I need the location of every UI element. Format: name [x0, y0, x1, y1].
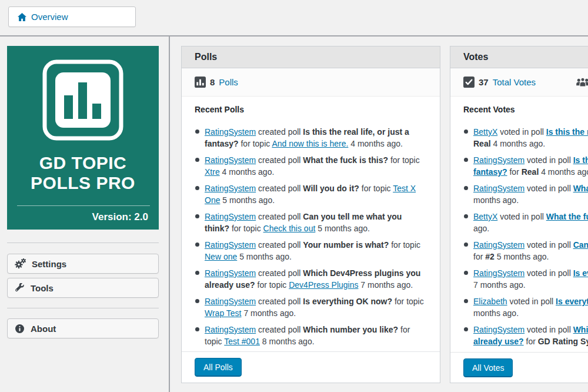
item-text: ago.: [473, 224, 489, 233]
item-text: 4 months ago.: [539, 167, 588, 177]
user-link[interactable]: RatingSystem: [473, 155, 524, 165]
user-link[interactable]: RatingSystem: [473, 325, 524, 334]
poll-item: RatingSystem created poll Can you tell m…: [195, 211, 427, 234]
poll-link[interactable]: Is everything OK now?: [573, 268, 588, 278]
user-link[interactable]: RatingSystem: [205, 325, 256, 334]
vote-item: RatingSystem voted in poll Which Dev4Pre…: [463, 324, 588, 347]
horizontal-divider: [0, 35, 588, 36]
user-link[interactable]: Elizabeth: [473, 297, 507, 306]
topic-link[interactable]: And now this is here.: [272, 139, 348, 148]
user-link[interactable]: BettyX: [473, 212, 497, 221]
item-text: 4 months ago.: [491, 139, 546, 148]
item-text: for topic: [229, 224, 263, 233]
item-text: for topic: [255, 280, 289, 290]
item-text: 5 months ago.: [315, 224, 370, 233]
user-link[interactable]: RatingSystem: [205, 240, 256, 250]
poll-item: RatingSystem created poll Is everything …: [195, 295, 427, 319]
item-text: for topic: [359, 184, 393, 193]
recent-polls-heading: Recent Polls: [195, 105, 427, 114]
vote-item: RatingSystem voted in poll Is everything…: [463, 267, 588, 291]
user-link[interactable]: RatingSystem: [205, 268, 256, 278]
polls-count-link[interactable]: Polls: [219, 77, 238, 87]
user-link[interactable]: RatingSystem: [473, 240, 524, 250]
poll-item: RatingSystem created poll Is this the re…: [195, 126, 427, 150]
vote-choice: #2: [485, 252, 495, 261]
sidebar-divider: [7, 308, 159, 308]
bar-chart-logo: [42, 59, 124, 144]
poll-link[interactable]: fantasy?: [473, 167, 507, 177]
sidebar-item-label: Settings: [32, 259, 66, 269]
sidebar-item-about[interactable]: About: [7, 318, 159, 338]
poll-title: Is everything OK now?: [303, 297, 392, 306]
poll-link[interactable]: Is this the real life, or just a: [573, 155, 588, 165]
user-link[interactable]: RatingSystem: [205, 184, 256, 193]
poll-item: RatingSystem created poll Which Dev4Pres…: [195, 267, 427, 291]
topic-link[interactable]: New one: [205, 252, 237, 261]
user-link[interactable]: RatingSystem: [205, 212, 256, 221]
poll-link[interactable]: Which Dev4Press plugins you: [573, 325, 588, 334]
wrench-icon: [15, 283, 25, 293]
plugin-brand-card: GD TOPIC POLLS PRO Version: 2.0: [7, 46, 159, 230]
item-text: 7 months ago.: [242, 308, 296, 318]
poll-link[interactable]: What the fuck is this?: [546, 212, 588, 221]
item-text: voted in poll: [497, 127, 546, 137]
polls-panel-body: Recent Polls RatingSystem created poll I…: [182, 97, 440, 351]
bar-chart-icon: [195, 77, 206, 88]
user-link[interactable]: RatingSystem: [205, 127, 256, 137]
vote-item: RatingSystem voted in poll What the fuck…: [463, 182, 588, 206]
topic-link[interactable]: Check this out: [263, 224, 316, 233]
item-text: 7 months ago.: [358, 280, 413, 290]
votes-panel-footer: All Votes: [450, 352, 588, 383]
item-text: 7 months ago.: [473, 280, 526, 290]
user-link[interactable]: RatingSystem: [473, 268, 524, 278]
vertical-divider: [169, 36, 170, 392]
item-text: voted in poll: [524, 325, 573, 334]
checkbox-icon: [463, 77, 475, 88]
plugin-title-line2: POLLS PRO: [7, 173, 159, 193]
poll-title: What the fuck is this?: [303, 155, 388, 165]
poll-title: Which number you like?: [303, 325, 398, 334]
poll-link[interactable]: What the fuck is this?: [573, 184, 588, 193]
item-text: created poll: [256, 297, 303, 306]
topic-link[interactable]: Test #001: [224, 337, 260, 346]
poll-link[interactable]: Is this the real life, or just a fantasy…: [546, 127, 588, 137]
poll-link[interactable]: Can you tell me what you think?: [573, 240, 588, 250]
recent-votes-heading: Recent Votes: [463, 105, 588, 114]
polls-panel-footer: All Polls: [182, 351, 440, 383]
item-text: created poll: [256, 325, 303, 334]
topic-link[interactable]: Xtre: [205, 167, 220, 177]
item-text: voted in poll: [507, 297, 556, 306]
item-text: for topic: [388, 155, 420, 165]
poll-title: Your number is what?: [303, 240, 389, 250]
sidebar-item-tools[interactable]: Tools: [7, 278, 159, 298]
item-text: for: [507, 167, 522, 177]
topic-link[interactable]: Dev4Press Plugins: [289, 280, 358, 290]
votes-count-link[interactable]: Total Votes: [493, 77, 536, 87]
overview-button[interactable]: Overview: [8, 6, 136, 27]
vote-item: BettyX voted in poll What the fuck is th…: [463, 211, 588, 234]
sidebar-item-settings[interactable]: Settings: [7, 254, 159, 274]
item-text: voted in poll: [524, 240, 573, 250]
polls-count: 8: [210, 77, 215, 87]
vote-item: RatingSystem voted in poll Is this the r…: [463, 154, 588, 178]
gears-icon: [15, 258, 26, 269]
votes-panel-body: Recent Votes BettyX voted in poll Is thi…: [450, 97, 588, 352]
topic-link[interactable]: Wrap Test: [205, 308, 242, 318]
item-text: created poll: [256, 184, 303, 193]
all-votes-button[interactable]: All Votes: [463, 358, 513, 377]
user-link[interactable]: RatingSystem: [205, 155, 256, 165]
poll-link[interactable]: already use?: [473, 337, 524, 346]
item-text: for: [524, 337, 538, 346]
poll-link[interactable]: Is everything OK now?: [556, 297, 588, 306]
polls-panel: Polls 8 Polls Recent Polls RatingSystem …: [181, 46, 440, 383]
sidebar-divider: [7, 242, 159, 243]
item-text: 4 months ago.: [220, 167, 275, 177]
brand-divider: [17, 205, 150, 206]
poll-item: RatingSystem created poll Which number y…: [195, 324, 427, 347]
user-link[interactable]: RatingSystem: [473, 184, 524, 193]
user-link[interactable]: BettyX: [473, 127, 497, 137]
plugin-title: GD TOPIC POLLS PRO: [7, 153, 159, 193]
votes-panel-title: Votes: [450, 46, 588, 68]
user-link[interactable]: RatingSystem: [205, 297, 256, 306]
all-polls-button[interactable]: All Polls: [195, 358, 242, 377]
